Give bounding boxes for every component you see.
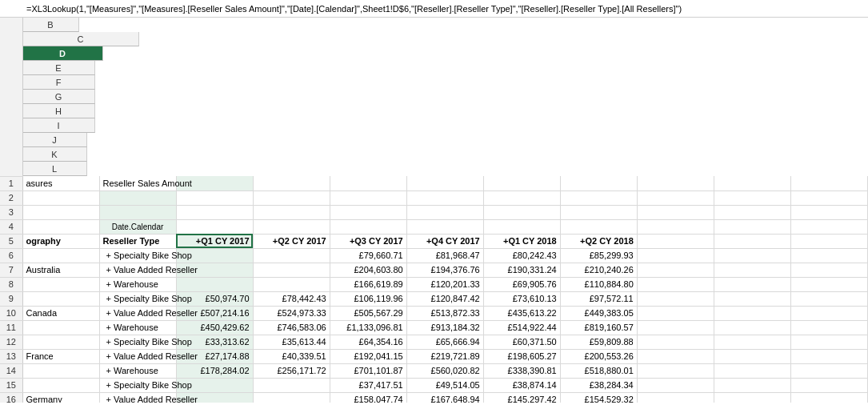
q3-2017-cell: £505,567.29 [330, 306, 406, 320]
q4-2017-cell: £167,648.94 [406, 392, 483, 403]
table-row: 4Date.Calendar [0, 219, 868, 234]
table-row: 2 [0, 190, 868, 205]
q3-2017-cell: £192,041.15 [330, 349, 406, 363]
q2-2017-cell: £78,442.43 [253, 291, 330, 306]
row-number: 10 [0, 306, 22, 320]
col-header-K[interactable]: K [23, 147, 87, 162]
cell [483, 176, 560, 190]
cell [637, 320, 714, 335]
cell [253, 190, 330, 205]
col-header-L[interactable]: L [23, 162, 87, 176]
geo-cell: France [22, 349, 99, 363]
table-row: 15+ Specialty Bike Shop£37,417.51£49,514… [0, 378, 868, 392]
corner-cell [0, 18, 22, 176]
cell [637, 190, 714, 205]
cell [790, 363, 867, 378]
cell [406, 176, 483, 190]
cell [790, 205, 867, 219]
cell [406, 205, 483, 219]
cell [790, 291, 867, 306]
col-header-E[interactable]: E [23, 61, 95, 75]
q2-2018-cell: £200,553.26 [560, 349, 637, 363]
row-number: 6 [0, 248, 22, 263]
q1-cy2017-header: +Q1 CY 2017 [176, 234, 253, 248]
cell [637, 349, 714, 363]
cell [637, 248, 714, 263]
col-header-I[interactable]: I [23, 118, 95, 133]
cell [637, 219, 714, 234]
row-number: 7 [0, 263, 22, 277]
cell [714, 335, 790, 349]
cell [253, 205, 330, 219]
row-number: 1 [0, 176, 22, 190]
q4-2017-cell: £560,020.82 [406, 363, 483, 378]
cell [790, 263, 867, 277]
cell [637, 263, 714, 277]
q1-2017-cell: £450,429.62 [176, 320, 253, 335]
d2 [99, 190, 176, 205]
cell [790, 392, 867, 403]
q1-2018-cell: £145,297.42 [483, 392, 560, 403]
geo-cell [22, 277, 99, 291]
cell [637, 205, 714, 219]
cell [714, 190, 790, 205]
col-header-G[interactable]: G [23, 90, 95, 104]
q3-2017-cell: £158,047.74 [330, 392, 406, 403]
col-header-B[interactable]: B [23, 18, 79, 32]
q2-2017-cell [253, 392, 330, 403]
col-header-F[interactable]: F [23, 75, 95, 90]
col-header-J[interactable]: J [23, 133, 87, 147]
q2-2018-cell: £97,572.11 [560, 291, 637, 306]
table-row: 13France+ Value Added Reseller£27,174.88… [0, 349, 868, 363]
cell [637, 291, 714, 306]
q2-2018-cell: £59,809.88 [560, 335, 637, 349]
q2-2017-cell [253, 378, 330, 392]
cell [714, 176, 790, 190]
q2-2017-cell: £35,613.44 [253, 335, 330, 349]
row-number: 16 [0, 392, 22, 403]
cell [637, 392, 714, 403]
reseller-type-cell: + Value Added Reseller [99, 349, 176, 363]
col-header-H[interactable]: H [23, 104, 95, 118]
cell [714, 234, 790, 248]
table-row: 5ographyReseller Type+Q1 CY 2017+Q2 CY 2… [0, 234, 868, 248]
q4-2017-cell: £65,666.94 [406, 335, 483, 349]
cell [176, 219, 253, 234]
cell [483, 190, 560, 205]
reseller-type-cell: + Specialty Bike Shop [99, 335, 176, 349]
reseller-type-cell: + Value Added Reseller [99, 263, 176, 277]
q1-cy2018-header: +Q1 CY 2018 [483, 234, 560, 248]
q3-cy2017-header: +Q3 CY 2017 [330, 234, 406, 248]
cell [22, 219, 99, 234]
cell [714, 363, 790, 378]
cell [406, 219, 483, 234]
reseller-type-cell: + Specialty Bike Shop [99, 248, 176, 263]
col-header-C[interactable]: C [23, 32, 139, 46]
cell [560, 190, 637, 205]
formula-bar [0, 0, 868, 18]
q4-2017-cell: £513,872.33 [406, 306, 483, 320]
q1-2018-cell: £73,610.13 [483, 291, 560, 306]
cell [714, 219, 790, 234]
row-number: 3 [0, 205, 22, 219]
q4-2017-cell: £120,847.42 [406, 291, 483, 306]
cell [637, 306, 714, 320]
row-number: 13 [0, 349, 22, 363]
q4-2017-cell: £194,376.76 [406, 263, 483, 277]
row-number: 4 [0, 219, 22, 234]
cell [790, 378, 867, 392]
cell [560, 205, 637, 219]
q2-2018-cell: £154,529.32 [560, 392, 637, 403]
cell [790, 248, 867, 263]
cell [637, 277, 714, 291]
cell [253, 219, 330, 234]
q1-2018-cell: £69,905.76 [483, 277, 560, 291]
cell [22, 205, 99, 219]
reseller-sales-label: Reseller Sales Amount [99, 176, 176, 190]
table-row: 11+ Warehouse£450,429.62£746,583.06£1,13… [0, 320, 868, 335]
col-header-D[interactable]: D [23, 46, 103, 61]
q4-2017-cell: £81,968.47 [406, 248, 483, 263]
q2-2018-cell: £819,160.57 [560, 320, 637, 335]
formula-input[interactable] [26, 4, 865, 14]
cell [330, 205, 406, 219]
